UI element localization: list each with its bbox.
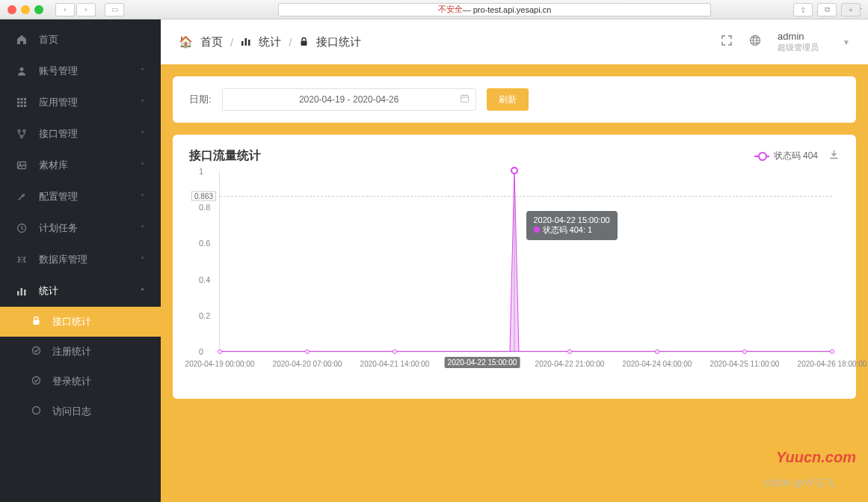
fork-icon — [16, 129, 30, 139]
date-range-input[interactable]: 2020-04-19 - 2020-04-26 — [222, 88, 476, 111]
home-icon: 🏠 — [179, 35, 193, 49]
breadcrumb-current: 接口统计 — [316, 35, 361, 49]
sidebar-item-fork[interactable]: 接口管理˅ — [0, 118, 161, 150]
legend-label: 状态码 404 — [774, 150, 818, 162]
tooltip-dot-icon — [534, 227, 540, 233]
svg-rect-16 — [17, 291, 19, 296]
sidebar-item-clock[interactable]: 计划任务˅ — [0, 212, 161, 244]
svg-point-11 — [23, 130, 25, 132]
svg-rect-17 — [21, 288, 23, 296]
fullscreen-icon[interactable] — [721, 34, 736, 49]
sidebar-item-photo[interactable]: 素材库˅ — [0, 150, 161, 181]
legend-item-404[interactable]: 状态码 404 — [754, 150, 818, 162]
sidebar-item-person[interactable]: 账号管理˅ — [0, 55, 161, 87]
svg-point-21 — [33, 377, 40, 385]
legend-swatch-icon — [754, 156, 769, 157]
chart-plot[interactable]: 0.863 2020-04-22 15:00:00 状态码 404: 1 — [219, 171, 832, 381]
back-button[interactable]: ‹ — [55, 3, 75, 16]
apps-icon — [16, 97, 30, 108]
minimize-window-icon[interactable] — [21, 5, 30, 14]
svg-rect-7 — [17, 105, 19, 107]
x-axis-tick: 2020-04-24 04:00:00 — [623, 360, 692, 368]
sidebar-sub-item[interactable]: 访问日志 — [0, 397, 161, 426]
chart-tooltip: 2020-04-22 15:00:00 状态码 404: 1 — [526, 211, 618, 240]
refresh-button[interactable]: 刷新 — [487, 88, 529, 111]
date-label: 日期: — [189, 93, 212, 106]
sidebar-item-label: 应用管理 — [39, 96, 78, 109]
data-point — [393, 349, 397, 354]
chevron-down-icon: ˅ — [141, 162, 144, 170]
sidebar-item-apps[interactable]: 应用管理˅ — [0, 87, 161, 118]
globe-icon[interactable] — [749, 34, 764, 49]
sidebar-item-label: 素材库 — [39, 159, 68, 172]
circle-check-icon — [31, 376, 45, 388]
sidebar-item-home[interactable]: 首页 — [0, 24, 161, 55]
url-text: — pro-test.api.yesapi.cn — [463, 5, 552, 14]
insecure-label: 不安全 — [438, 4, 463, 15]
sidebar-item-db[interactable]: 数据库管理˅ — [0, 244, 161, 275]
sidebar-item-wrench[interactable]: 配置管理˅ — [0, 181, 161, 212]
chevron-down-icon[interactable]: ▼ — [843, 38, 850, 46]
user-name: admin — [778, 31, 804, 42]
y-axis-tick: 0.4 — [199, 275, 210, 284]
photo-icon — [16, 160, 30, 171]
svg-rect-24 — [245, 38, 247, 46]
chart-card: 接口流量统计 状态码 404 0.863 — [173, 135, 856, 399]
sidebar: 首页账号管理˅应用管理˅接口管理˅素材库˅配置管理˅计划任务˅数据库管理˅统计˄… — [0, 19, 161, 502]
x-axis-tick: 2020-04-22 21:00:00 — [535, 360, 605, 368]
chevron-down-icon: ˅ — [141, 224, 144, 233]
user-menu[interactable]: admin 超级管理员 — [778, 31, 819, 53]
sidebar-item-label: 账号管理 — [39, 64, 78, 78]
svg-rect-9 — [24, 105, 26, 107]
marker-value: 0.863 — [191, 192, 216, 201]
sidebar-toggle-button[interactable]: ▭ — [105, 3, 124, 16]
svg-rect-8 — [21, 105, 23, 107]
topbar: 🏠 首页 / 统计 / 接口统计 — [161, 19, 868, 64]
url-bar[interactable]: 不安全 — pro-test.api.yesapi.cn ⟳ — [278, 3, 711, 16]
circle-check-icon — [31, 346, 45, 358]
chevron-down-icon: ˅ — [141, 130, 144, 138]
svg-rect-5 — [21, 102, 23, 104]
sidebar-item-label: 计划任务 — [39, 221, 78, 235]
y-axis-tick: 0.2 — [199, 311, 210, 320]
close-window-icon[interactable] — [7, 5, 16, 14]
y-axis-tick: 0.8 — [199, 203, 210, 212]
forward-button[interactable]: › — [76, 3, 96, 16]
stats-icon — [241, 36, 251, 49]
new-tab-button[interactable]: + — [841, 3, 861, 16]
breadcrumb-home[interactable]: 首页 — [200, 35, 223, 49]
tooltip-time: 2020-04-22 15:00:00 — [534, 215, 610, 224]
marker-line — [220, 196, 832, 197]
person-icon — [16, 66, 30, 76]
svg-point-10 — [18, 130, 20, 132]
breadcrumb-stats[interactable]: 统计 — [259, 35, 281, 49]
tabs-button[interactable]: ⧉ — [817, 3, 837, 16]
clock-icon — [16, 223, 30, 233]
y-axis-tick: 0 — [199, 347, 203, 356]
sidebar-sub-item[interactable]: 注册统计 — [0, 337, 161, 367]
maximize-window-icon[interactable] — [34, 5, 43, 14]
svg-rect-18 — [24, 290, 26, 296]
svg-point-20 — [33, 347, 40, 355]
wrench-icon — [16, 192, 30, 202]
x-axis-tick: 2020-04-19 00:00:00 — [185, 360, 255, 368]
sidebar-item-label: 接口管理 — [39, 127, 78, 141]
sidebar-sub-item[interactable]: 登录统计 — [0, 367, 161, 397]
watermark-yuucn: Yuucn.com — [776, 449, 856, 466]
sidebar-sub-label: 登录统计 — [52, 375, 91, 388]
sidebar-item-stats[interactable]: 统计˄ — [0, 275, 161, 307]
chevron-up-icon: ˄ — [141, 287, 144, 296]
x-axis-tick: 2020-04-21 14:00:00 — [360, 360, 430, 368]
svg-point-22 — [33, 407, 40, 414]
sidebar-item-label: 统计 — [39, 284, 58, 298]
svg-rect-29 — [461, 96, 468, 102]
data-point — [655, 349, 659, 354]
svg-rect-25 — [248, 40, 250, 46]
sidebar-item-label: 配置管理 — [39, 190, 78, 203]
data-spike — [509, 171, 520, 352]
sidebar-item-label: 数据库管理 — [39, 253, 87, 266]
share-button[interactable]: ⇪ — [793, 3, 813, 16]
download-icon[interactable] — [828, 149, 840, 163]
sidebar-item-label: 首页 — [39, 33, 58, 46]
sidebar-sub-item[interactable]: 接口统计 — [0, 307, 161, 337]
